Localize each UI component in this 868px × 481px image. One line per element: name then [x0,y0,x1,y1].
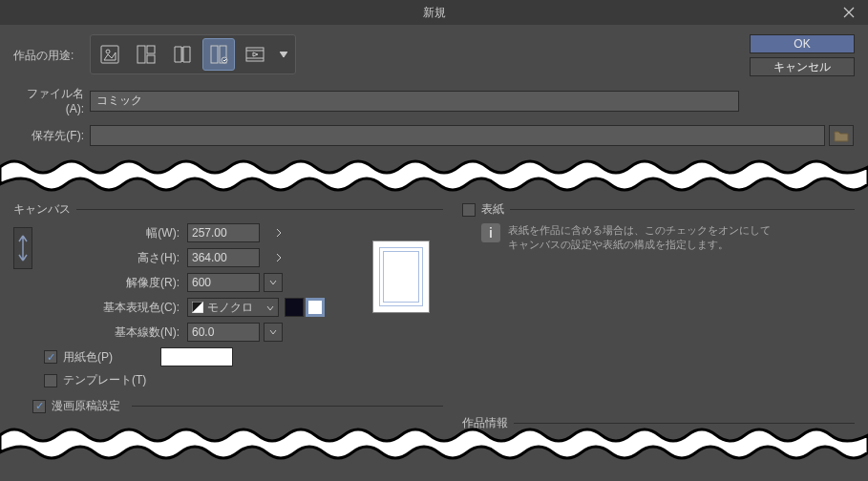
svg-marker-14 [253,52,258,56]
template-label: テンプレート(T) [63,372,146,388]
canvas-preview [372,240,430,313]
height-input[interactable] [187,248,260,267]
lines-dropdown[interactable] [264,323,283,342]
lines-label: 基本線数(N): [44,324,187,341]
width-label: 幅(W): [44,225,187,241]
height-arrow[interactable] [269,248,288,267]
purpose-comic-icon[interactable] [130,38,162,71]
paper-color-checkbox[interactable] [44,350,57,364]
browse-folder-button[interactable] [829,125,854,146]
svg-rect-5 [147,46,155,53]
purpose-printing-icon[interactable] [202,38,235,71]
purpose-dropdown[interactable] [275,38,292,71]
colormode-label: 基本表現色(C): [44,300,187,316]
cover-checkbox[interactable] [462,203,476,217]
white-swatch[interactable] [306,298,325,317]
svg-point-10 [222,57,227,63]
manga-settings-checkbox[interactable] [32,400,46,413]
cover-group-title: 表紙 [481,201,504,218]
canvas-group-title: キャンバス [13,201,71,218]
purpose-book-icon[interactable] [166,38,199,71]
orientation-toggle[interactable] [13,227,32,269]
cover-info-text: 表紙を作品に含める場合は、このチェックをオンにして キャンバスの設定や表紙の構成… [508,223,771,253]
svg-rect-6 [147,55,155,63]
manga-settings-label: 漫画原稿設定 [52,398,120,414]
paper-color-swatch[interactable] [160,347,233,366]
dialog-title: 新規 [423,5,446,21]
cancel-button[interactable]: キャンセル [750,57,855,76]
colormode-value: モノクロ [207,300,253,316]
close-button[interactable] [830,0,868,25]
width-arrow[interactable] [269,223,288,242]
filename-label: ファイル名(A): [13,86,90,115]
ok-button[interactable]: OK [750,34,855,53]
purpose-label: 作品の用途: [13,34,90,64]
svg-rect-4 [138,46,145,63]
purpose-illustration-icon[interactable] [94,38,126,71]
lines-input[interactable] [187,323,260,342]
black-swatch[interactable] [285,298,304,317]
svg-rect-8 [211,46,218,63]
template-checkbox[interactable] [44,374,57,387]
resolution-input[interactable] [187,273,260,292]
height-label: 高さ(H): [44,250,187,266]
svg-marker-15 [280,52,287,57]
divider [76,209,443,210]
resolution-dropdown[interactable] [264,273,283,292]
filename-input[interactable] [90,91,739,112]
purpose-toolbar [90,34,296,74]
svg-rect-11 [246,48,264,61]
divider [510,209,855,210]
width-input[interactable] [187,223,260,242]
saveto-input[interactable] [90,125,825,146]
resolution-label: 解像度(R): [44,275,187,291]
svg-point-3 [106,50,110,53]
paper-color-label: 用紙色(P) [63,349,155,366]
colormode-combo[interactable]: モノクロ [187,298,279,317]
info-icon: i [481,223,500,242]
purpose-animation-icon[interactable] [239,38,271,71]
divider [132,406,443,407]
saveto-label: 保存先(F): [13,128,90,144]
